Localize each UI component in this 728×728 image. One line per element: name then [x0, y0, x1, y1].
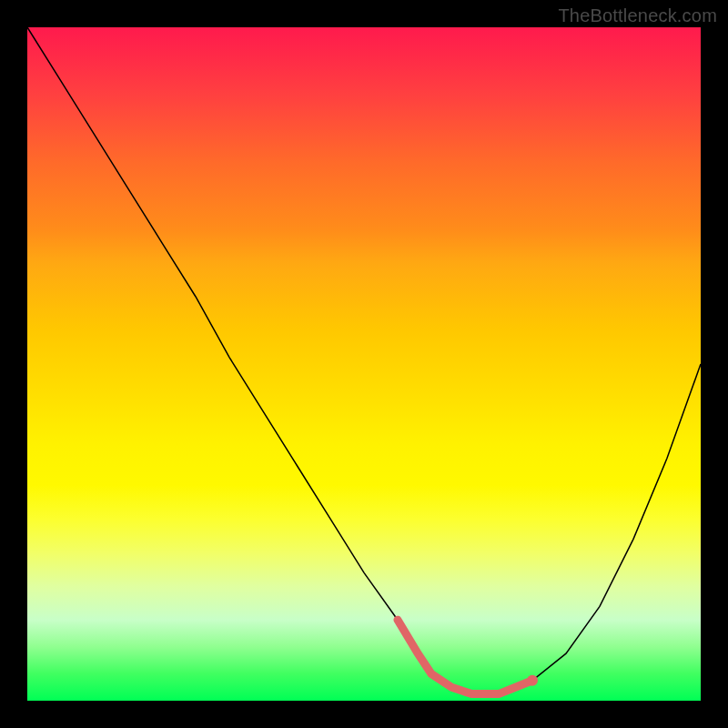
watermark-text: TheBottleneck.com	[558, 5, 717, 26]
bottleneck-curve-line	[27, 27, 701, 694]
bottleneck-curve-svg	[27, 27, 701, 701]
trough-highlight-line	[398, 620, 532, 693]
trough-end-dot	[527, 675, 538, 686]
chart-frame: TheBottleneck.com	[0, 0, 728, 728]
